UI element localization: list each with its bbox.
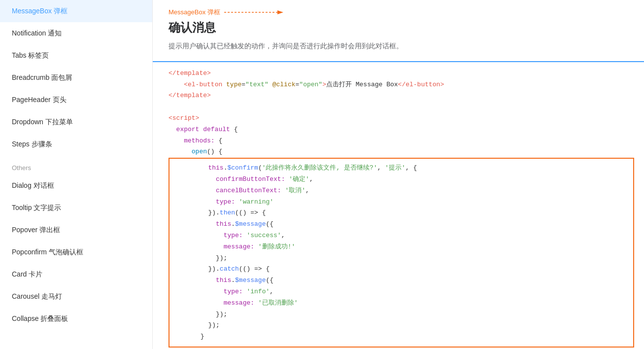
sidebar-item-tabs[interactable]: Tabs 标签页 — [0, 44, 152, 67]
hl-l3: cancelButtonText: '取消', — [177, 185, 625, 197]
sidebar-item-popover[interactable]: Popover 弹出框 — [0, 219, 152, 241]
hl-l6: this.$message({ — [177, 219, 625, 230]
hl-l7: type: 'success', — [177, 230, 625, 242]
hl-l1: this.$confirm('此操作将永久删除该文件, 是否继续?', '提示'… — [177, 163, 625, 174]
header-annotation: MessageBox 弹框 — [169, 8, 628, 17]
hl-l8: message: '删除成功!' — [177, 242, 625, 253]
hl-l5: }).then(() => { — [177, 208, 625, 219]
code-highlight-box: this.$confirm('此操作将永久删除该文件, 是否继续?', '提示'… — [169, 158, 634, 348]
sidebar-item-popconfirm[interactable]: Popconfirm 气泡确认框 — [0, 241, 152, 263]
hl-l14: }); — [177, 309, 625, 320]
page-title: 确认消息 — [169, 20, 628, 35]
code-line-open-fn: open() { — [169, 146, 644, 158]
code-line-methods: methods: { — [169, 136, 644, 147]
hl-l4: type: 'warning' — [177, 197, 625, 208]
annotation-label: MessageBox 弹框 — [169, 8, 220, 17]
hl-l15: }); — [177, 320, 625, 331]
sidebar-item-dropdown[interactable]: Dropdown 下拉菜单 — [0, 111, 152, 133]
sidebar-item-pageheader[interactable]: PageHeader 页头 — [0, 89, 152, 111]
sidebar-item-carousel[interactable]: Carousel 走马灯 — [0, 285, 152, 308]
hl-l12: type: 'info', — [177, 286, 625, 298]
sidebar-item-dialog[interactable]: Dialog 对话框 — [0, 174, 152, 197]
hl-l10: }).catch(() => { — [177, 264, 625, 275]
sidebar-item-collapse[interactable]: Collapse 折叠面板 — [0, 308, 152, 330]
code-line-template-close: </template> — [169, 68, 644, 79]
code-line-export: export default { — [169, 124, 644, 136]
header-description: 提示用户确认其已经触发的动作，并询问是否进行此操作时会用到此对话框。 — [169, 40, 628, 52]
hl-l11: this.$message({ — [177, 275, 625, 286]
sidebar: MessageBox 弹框 Notification 通知 Tabs 标签页 B… — [0, 0, 153, 349]
sidebar-item-breadcrumb[interactable]: Breadcrumb 面包屑 — [0, 67, 152, 89]
sidebar-item-tooltip[interactable]: Tooltip 文字提示 — [0, 197, 152, 219]
hl-l16: } — [177, 331, 625, 343]
hl-l13: message: '已取消删除' — [177, 298, 625, 309]
main-content: MessageBox 弹框 确认消息 提示用户确认其已经触发的动作，并询问是否进… — [153, 0, 644, 349]
code-line-template-close2: </template> — [169, 90, 644, 102]
annotation-arrow — [224, 8, 283, 16]
sidebar-section-others: Others — [0, 155, 152, 174]
svg-marker-1 — [277, 10, 283, 14]
code-line-script-open: <script> — [169, 113, 644, 124]
sidebar-item-steps[interactable]: Steps 步骤条 — [0, 133, 152, 155]
code-block: </template> <el-button type="text" @clic… — [153, 62, 644, 158]
code-line-empty1 — [169, 102, 644, 113]
sidebar-item-card[interactable]: Card 卡片 — [0, 263, 152, 285]
hl-l9: }); — [177, 253, 625, 264]
code-highlight-inner: this.$confirm('此操作将永久删除该文件, 是否继续?', '提示'… — [177, 163, 625, 343]
code-area: </template> <el-button type="text" @clic… — [153, 62, 644, 349]
sidebar-item-messagebox[interactable]: MessageBox 弹框 — [0, 0, 152, 22]
hl-l2: confirmButtonText: '确定', — [177, 174, 625, 185]
sidebar-item-notification[interactable]: Notification 通知 — [0, 22, 152, 44]
code-line-button: <el-button type="text" @click="open">点击打… — [169, 79, 644, 91]
header-box: MessageBox 弹框 确认消息 提示用户确认其已经触发的动作，并询问是否进… — [153, 0, 644, 62]
arrow-icon — [224, 8, 283, 16]
